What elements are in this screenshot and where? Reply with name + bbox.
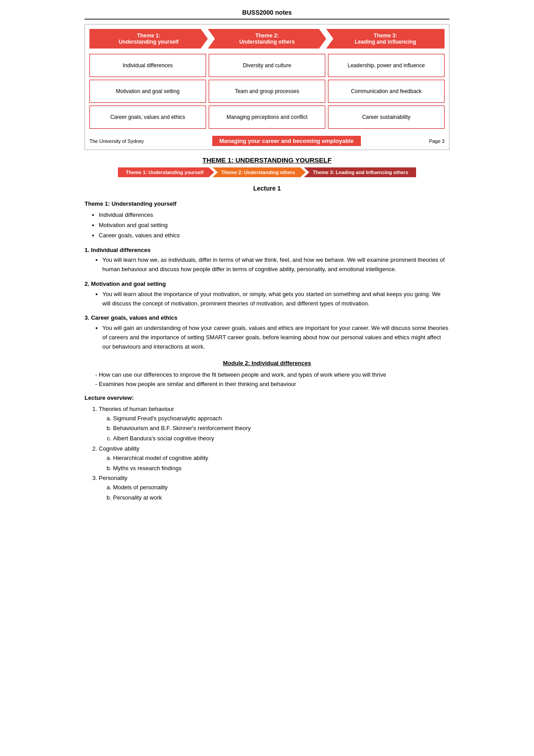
topic-team: Team and group processes	[209, 80, 325, 103]
theme-label: Theme 1: Understanding yourself	[85, 199, 449, 209]
module-2-title: Module 2: Individual differences	[85, 359, 449, 368]
topic-managing: Managing perceptions and conflict	[209, 106, 325, 129]
mini-arrow-3: Theme 3: Leading and Influencing others	[304, 167, 417, 177]
mini-arrow-row: Theme 1: Understanding yourself Theme 2:…	[85, 167, 449, 177]
module-2-dash-list: How can use our differences to improve t…	[85, 370, 449, 389]
lecture-title: Lecture 1	[85, 183, 449, 193]
footer-center: Managing your career and becoming employ…	[212, 136, 361, 146]
list-item: Personality Models of personality Person…	[99, 474, 449, 502]
section-3-bullets: You will gain an understanding of how yo…	[85, 324, 449, 351]
list-item: You will learn about the importance of y…	[102, 290, 449, 309]
theme-header-row: Theme 1: Understanding yourself Theme 2:…	[89, 29, 445, 49]
theme-bullet-list: Individual differences Motivation and go…	[85, 211, 449, 240]
topic-diversity: Diversity and culture	[209, 54, 325, 77]
theme-main-title: THEME 1: UNDERSTANDING YOURSELF	[85, 156, 449, 164]
overview-list: Theories of human behaviour Sigmund Freu…	[85, 405, 449, 503]
lecture-content: Lecture 1 Theme 1: Understanding yoursel…	[85, 183, 449, 503]
overview-sublist-2: Hierarchical model of cognitive ability …	[99, 454, 449, 473]
lecture-overview-label: Lecture overview:	[85, 394, 449, 403]
list-item: Models of personality	[113, 483, 449, 492]
theme-header-3: Theme 3: Leading and influencing	[326, 29, 445, 49]
list-item: Theories of human behaviour Sigmund Freu…	[99, 405, 449, 443]
topic-leadership: Leadership, power and influence	[328, 54, 445, 77]
list-item: Career goals, values and ethics	[99, 231, 449, 240]
section-1-header: 1. Individual differences	[85, 246, 449, 255]
overview-sublist-3: Models of personality Personality at wor…	[99, 483, 449, 503]
list-item: Individual differences	[99, 211, 449, 220]
list-item: Hierarchical model of cognitive ability	[113, 454, 449, 463]
page-title: BUSS2000 notes	[85, 9, 449, 20]
list-item: Sigmund Freud's psychoanalytic approach	[113, 414, 449, 423]
section-1-bullets: You will learn how we, as individuals, d…	[85, 256, 449, 274]
topic-individual-diff: Individual differences	[89, 54, 206, 77]
topics-grid: Individual differences Diversity and cul…	[89, 54, 445, 129]
list-item: Albert Bandura's social cognitive theory	[113, 434, 449, 443]
list-item: You will gain an understanding of how yo…	[102, 324, 449, 351]
list-item: Examines how people are similar and diff…	[95, 380, 449, 389]
section-2-bullets: You will learn about the importance of y…	[85, 290, 449, 309]
topic-career-goals: Career goals, values and ethics	[89, 106, 206, 129]
theme-title-section: THEME 1: UNDERSTANDING YOURSELF Theme 1:…	[85, 156, 449, 177]
footer-left: The University of Sydney	[89, 138, 144, 144]
diagram-container: Theme 1: Understanding yourself Theme 2:…	[85, 24, 449, 150]
section-3-header: 3. Career goals, values and ethics	[85, 313, 449, 323]
theme-header-2: Theme 2: Understanding others	[208, 29, 326, 49]
footer-right: Page 3	[429, 138, 445, 144]
overview-sublist-1: Sigmund Freud's psychoanalytic approach …	[99, 414, 449, 443]
list-item: Myths vs research findings	[113, 464, 449, 473]
list-item: Motivation and goal setting	[99, 221, 449, 230]
mini-arrow-1: Theme 1: Understanding yourself	[118, 167, 214, 177]
list-item: Personality at work	[113, 493, 449, 503]
diagram-footer: The University of Sydney Managing your c…	[89, 133, 445, 150]
list-item: Cognitive ability Hierarchical model of …	[99, 444, 449, 473]
mini-arrow-2: Theme 2: Understanding others	[212, 167, 306, 177]
list-item: Behaviourism and B.F. Skinner's reinforc…	[113, 424, 449, 433]
topic-sustainability: Career sustainability	[328, 106, 445, 129]
topic-communication: Communication and feedback	[328, 80, 445, 103]
section-2-header: 2. Motivation and goal setting	[85, 280, 449, 289]
list-item: How can use our differences to improve t…	[95, 370, 449, 380]
list-item: You will learn how we, as individuals, d…	[102, 256, 449, 274]
topic-motivation: Motivation and goal setting	[89, 80, 206, 103]
theme-header-1: Theme 1: Understanding yourself	[89, 29, 208, 49]
